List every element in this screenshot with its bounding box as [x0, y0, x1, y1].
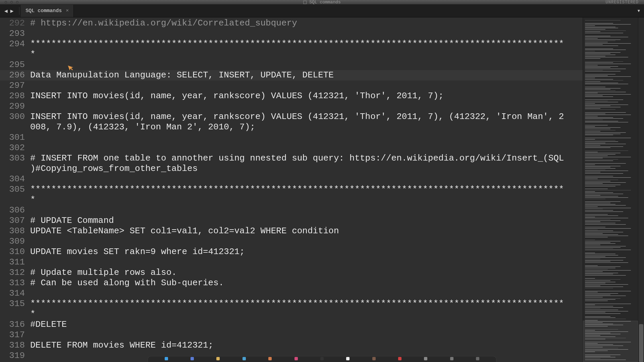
zoom-window-icon[interactable] — [16, 1, 18, 3]
code-line[interactable]: #DELETE — [30, 319, 579, 330]
line-number-gutter[interactable]: 2922932942952962972982993003013023033043… — [0, 17, 30, 362]
registration-status: UNREGISTERED — [606, 0, 639, 5]
line-number — [0, 309, 25, 319]
line-number: 317 — [0, 330, 25, 340]
dock-app-notes[interactable] — [216, 357, 220, 360]
code-line[interactable] — [30, 236, 579, 247]
scrollbar-thumb[interactable] — [639, 324, 643, 362]
minimap[interactable] — [583, 17, 638, 362]
line-number: 316 — [0, 319, 25, 330]
code-line[interactable]: # Can be used along with Sub-queries. — [30, 278, 579, 288]
line-number: 294 — [0, 39, 25, 49]
code-line[interactable]: * — [30, 309, 579, 319]
tab-sql-commands[interactable]: SQL commands × — [21, 5, 74, 17]
code-line[interactable] — [30, 330, 579, 340]
close-window-icon[interactable] — [5, 1, 7, 3]
tab-menu-button[interactable]: ▼ — [638, 5, 640, 17]
window-controls[interactable] — [0, 0, 18, 4]
code-line[interactable] — [30, 60, 579, 70]
line-number: 307 — [0, 216, 25, 226]
code-line[interactable]: Data Manupulation Language: SELECT, INSE… — [30, 70, 579, 80]
line-number: 319 — [0, 351, 25, 361]
code-line[interactable]: # UPDATE Command — [30, 216, 579, 226]
minimap-content — [585, 20, 636, 359]
code-line[interactable]: UPDATE movies SET rakn=9 where id=412321… — [30, 247, 579, 257]
dock-app-trash[interactable] — [476, 357, 479, 360]
code-line[interactable] — [30, 28, 579, 39]
line-number — [0, 164, 25, 174]
code-line[interactable]: INSERT INTO movies(id, name, year, ranks… — [30, 91, 579, 101]
code-line[interactable] — [30, 143, 579, 153]
line-number: 308 — [0, 226, 25, 236]
window-title-text: SQL commands — [309, 0, 341, 5]
dock-app-photos[interactable] — [398, 357, 401, 360]
line-number: 303 — [0, 153, 25, 164]
dock-app-reminders[interactable] — [268, 357, 272, 360]
dock-app-finder[interactable] — [165, 357, 168, 360]
code-line[interactable]: ****************************************… — [30, 184, 579, 195]
code-line[interactable]: # https://en.wikipedia.org/wiki/Correlat… — [30, 18, 579, 28]
tab-close-button[interactable]: × — [66, 8, 69, 14]
tab-bar: ◀ ▶ SQL commands × ▼ — [0, 5, 644, 17]
code-area[interactable]: # https://en.wikipedia.org/wiki/Correlat… — [30, 17, 583, 362]
line-number: 298 — [0, 91, 25, 101]
dock-app-mail[interactable] — [191, 357, 194, 360]
history-nav: ◀ ▶ — [0, 5, 18, 17]
code-line[interactable]: * — [30, 49, 579, 60]
dock-app-safari[interactable] — [243, 357, 246, 360]
nav-back-button[interactable]: ◀ — [3, 8, 9, 14]
document-dirty-icon — [303, 1, 307, 4]
code-line[interactable]: ****************************************… — [30, 39, 579, 49]
line-number: 311 — [0, 257, 25, 267]
line-number — [0, 122, 25, 132]
dock-app-editor[interactable] — [346, 357, 350, 360]
window-titlebar: SQL commands UNREGISTERED — [0, 0, 644, 5]
minimap-viewport[interactable] — [583, 321, 638, 362]
code-line[interactable] — [30, 174, 579, 184]
line-number: 299 — [0, 101, 25, 112]
line-number: 292 — [0, 18, 25, 28]
code-line[interactable] — [30, 257, 579, 267]
line-number: 313 — [0, 278, 25, 288]
line-number: 306 — [0, 205, 25, 216]
code-line[interactable]: * — [30, 195, 579, 205]
code-line[interactable] — [30, 288, 579, 299]
code-line[interactable] — [30, 101, 579, 112]
line-number: 314 — [0, 288, 25, 299]
code-line[interactable]: # Update multiple rows also. — [30, 267, 579, 278]
dock-app-settings[interactable] — [450, 357, 453, 360]
code-line[interactable] — [30, 205, 579, 216]
dock-app-terminal[interactable] — [320, 357, 324, 360]
macos-dock[interactable] — [148, 356, 496, 362]
dock-app-messages[interactable] — [294, 357, 298, 360]
line-number: 312 — [0, 267, 25, 278]
vertical-scrollbar[interactable] — [638, 17, 644, 362]
code-line[interactable]: UPDATE <TableName> SET col1=val1, col2=v… — [30, 226, 579, 236]
editor-main: 2922932942952962972982993003013023033043… — [0, 17, 644, 362]
line-number: 309 — [0, 236, 25, 247]
line-number: 295 — [0, 60, 25, 70]
line-number: 315 — [0, 299, 25, 309]
tab-label: SQL commands — [25, 8, 62, 14]
dock-app-appstore[interactable] — [424, 357, 427, 360]
code-line[interactable]: )#Copying_rows_from_other_tables — [30, 164, 579, 174]
minimize-window-icon[interactable] — [10, 1, 13, 3]
code-line[interactable]: INSERT INTO movies(id, name, year, ranks… — [30, 112, 579, 122]
code-line[interactable]: ****************************************… — [30, 299, 579, 309]
nav-forward-button[interactable]: ▶ — [9, 8, 15, 14]
code-line[interactable]: 008, 7.9), (412323, 'Iron Man 2', 2010, … — [30, 122, 579, 132]
line-number — [0, 49, 25, 60]
line-number: 297 — [0, 80, 25, 91]
line-number: 304 — [0, 174, 25, 184]
code-line[interactable] — [30, 80, 579, 91]
tab-separator — [19, 7, 19, 15]
window-title: SQL commands — [303, 0, 341, 5]
line-number: 293 — [0, 28, 25, 39]
code-line[interactable]: # INSERT FROM one table to annother usin… — [30, 153, 579, 164]
code-line[interactable]: DELETE FROM movies WHERE id=412321; — [30, 340, 579, 351]
line-number: 305 — [0, 184, 25, 195]
dock-app-music[interactable] — [372, 357, 376, 360]
line-number: 301 — [0, 132, 25, 143]
editor-pane[interactable]: 2922932942952962972982993003013023033043… — [0, 17, 583, 362]
code-line[interactable] — [30, 132, 579, 143]
